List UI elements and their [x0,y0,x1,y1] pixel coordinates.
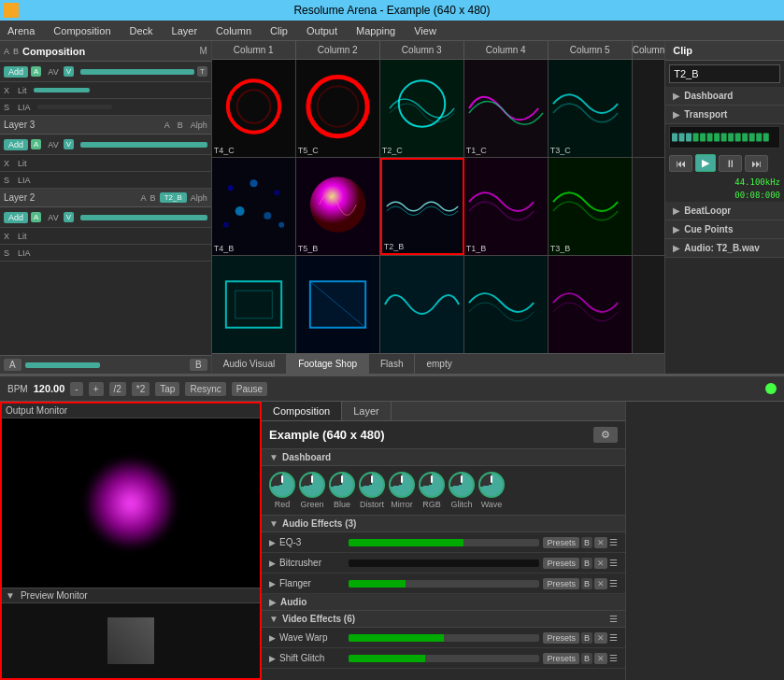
clip-col6c[interactable] [633,60,664,157]
dashboard-section-comp[interactable]: ▼ Dashboard [262,449,625,466]
cue-points-section[interactable]: ▶ Cue Points [665,220,784,239]
next-button[interactable]: ⏭ [745,155,768,172]
lit-bar[interactable] [34,88,90,92]
clip-t4b[interactable]: T4_B [212,158,296,255]
menu-deck[interactable]: Deck [126,23,157,38]
a-toggle[interactable]: A [4,47,9,56]
flanger-bar[interactable] [349,580,539,588]
shift-glitch-arrow[interactable]: ▶ [269,654,276,663]
knob-rgb-dial[interactable] [419,472,445,498]
settings-gear[interactable]: ⚙ [593,427,618,443]
wave-warp-presets[interactable]: Presets [543,632,579,644]
bitcrusher-presets[interactable]: Presets [543,558,579,569]
clip-t3c[interactable]: T3_C [549,60,633,157]
add-button[interactable]: Add [4,66,28,78]
knob-blue-dial[interactable] [329,472,355,498]
wave-warp-bar[interactable] [349,634,539,642]
flanger-b[interactable]: B [581,578,592,589]
knob-green-dial[interactable] [299,472,325,498]
knob-distort-dial[interactable] [359,472,385,498]
clip-col6b[interactable] [633,158,664,255]
menu-column[interactable]: Column [212,23,255,38]
bpm-minus[interactable]: - [70,382,82,396]
pause-button[interactable]: ⏸ [719,155,742,172]
shift-glitch-b[interactable]: B [581,653,592,664]
bpm-div2[interactable]: /2 [109,382,126,396]
wave-warp-menu[interactable]: ☰ [609,632,618,643]
eq3-arrow[interactable]: ▶ [269,538,276,547]
clip-t1b[interactable]: T1_B [464,158,549,255]
shift-glitch-bar[interactable] [349,655,539,662]
shift-glitch-x[interactable]: ✕ [594,653,607,664]
lia-bar[interactable] [37,105,112,109]
tab-layer[interactable]: Layer [342,402,392,420]
flanger-x[interactable]: ✕ [594,578,607,589]
shift-glitch-presets[interactable]: Presets [543,653,579,664]
bottom-fader[interactable] [25,362,100,368]
menu-layer[interactable]: Layer [168,23,202,38]
bitcrusher-menu[interactable]: ☰ [609,558,618,568]
bpm-plus[interactable]: + [89,382,104,396]
video-effects-section[interactable]: ▼ Video Effects (6) ☰ [262,611,625,628]
wave-warp-b[interactable]: B [581,632,592,644]
beat-loopr-section[interactable]: ▶ BeatLoopr [665,202,784,220]
eq3-x[interactable]: ✕ [594,537,607,548]
wave-warp-x[interactable]: ✕ [594,632,607,644]
knob-glitch-dial[interactable] [449,472,475,498]
layer3-fader[interactable] [80,142,207,148]
play-button[interactable]: ▶ [695,154,716,172]
shift-glitch-menu[interactable]: ☰ [609,653,618,663]
prev-button[interactable]: ⏮ [669,155,692,172]
eq3-bar[interactable] [349,539,539,546]
source-tab-footage[interactable]: Footage Shop [287,354,369,374]
clip-col5a[interactable] [549,256,633,353]
fader-bar[interactable] [80,69,194,75]
wave-warp-arrow[interactable]: ▶ [269,633,276,643]
pause-bpm-button[interactable]: Pause [232,382,267,396]
eq3-b[interactable]: B [581,537,592,548]
clip-t5c[interactable]: T5_C [296,60,380,157]
audio-effects-section[interactable]: ▼ Audio Effects (3) [262,516,625,532]
eq3-menu[interactable]: ☰ [609,537,618,547]
clip-col3a[interactable] [380,256,464,353]
eq3-presets[interactable]: Presets [543,537,579,548]
clip-col2a[interactable] [296,256,380,353]
flanger-arrow[interactable]: ▶ [269,579,276,588]
clip-t2c[interactable]: T2_C [380,60,464,157]
clip-t1c[interactable]: T1_C [464,60,549,157]
clip-col4a[interactable] [464,256,549,353]
audio-section[interactable]: ▶ Audio: T2_B.wav [665,239,784,258]
clip-name-input[interactable] [669,64,780,83]
menu-arena[interactable]: Arena [4,23,38,38]
menu-composition[interactable]: Composition [50,23,114,38]
clip-t5b[interactable]: T5_B [296,158,380,255]
tab-composition[interactable]: Composition [262,402,342,420]
flanger-presets[interactable]: Presets [543,578,579,589]
flanger-menu[interactable]: ☰ [609,578,618,588]
bitcrusher-bar[interactable] [349,560,539,567]
menu-mapping[interactable]: Mapping [352,23,399,38]
source-tab-av[interactable]: Audio Visual [212,354,287,374]
bitcrusher-arrow[interactable]: ▶ [269,559,276,568]
clip-t3b[interactable]: T3_B [549,158,633,255]
tap-button[interactable]: Tap [155,382,179,396]
bitcrusher-x[interactable]: ✕ [594,558,607,569]
dashboard-section[interactable]: ▶ Dashboard [665,87,784,106]
knob-wave-dial[interactable] [478,472,505,498]
layer2-add-button[interactable]: Add [4,212,28,223]
layer3-add-button[interactable]: Add [4,139,28,150]
clip-t4c[interactable]: T4_C [212,60,296,157]
layer2-fader[interactable] [80,215,207,220]
source-tab-flash[interactable]: Flash [369,354,415,374]
menu-output[interactable]: Output [303,23,341,38]
video-effects-menu[interactable]: ☰ [609,614,618,624]
menu-view[interactable]: View [410,23,440,38]
clip-col1a[interactable] [212,256,296,353]
transport-section[interactable]: ▶ Transport [665,106,784,124]
b-bottom[interactable]: B [190,359,207,371]
knob-mirror-dial[interactable] [389,472,415,498]
bitcrusher-b[interactable]: B [581,558,592,569]
clip-t2b-active[interactable]: T2_B [380,158,464,255]
audio-section-comp[interactable]: ▶ Audio [262,594,625,611]
bpm-mult2[interactable]: *2 [132,382,150,396]
